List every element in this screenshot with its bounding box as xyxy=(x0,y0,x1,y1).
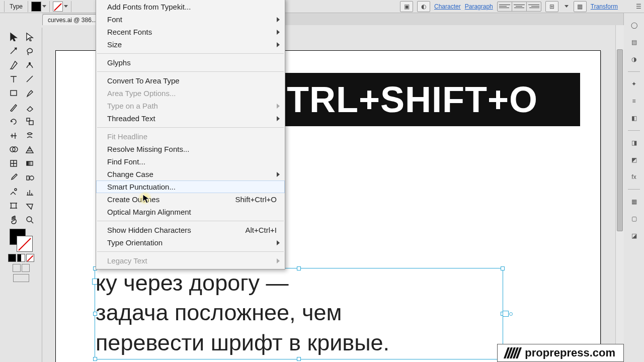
width-tool[interactable] xyxy=(6,128,22,142)
paragraph-panel-link[interactable]: Paragraph xyxy=(465,3,493,10)
fill-stroke-indicator[interactable] xyxy=(10,229,33,252)
symbol-sprayer-tool[interactable] xyxy=(6,185,22,199)
handle-bottom-mid[interactable] xyxy=(297,357,301,361)
artboard-tool[interactable] xyxy=(6,199,22,213)
menu-item-label: Size xyxy=(107,40,122,49)
scale-tool[interactable] xyxy=(22,114,38,128)
eyedropper-tool[interactable] xyxy=(6,170,22,185)
character-panel-link[interactable]: Character xyxy=(434,3,461,10)
color-panel-icon[interactable]: ◯ xyxy=(627,18,641,32)
color-mode-gradient[interactable] xyxy=(17,254,25,262)
paintbrush-tool[interactable] xyxy=(22,86,38,100)
menu-item-glyphs[interactable]: Glyphs xyxy=(96,56,285,69)
menu-item-create-outlines[interactable]: Create OutlinesShift+Ctrl+O xyxy=(96,193,285,206)
transform-panel-link[interactable]: Transform xyxy=(591,3,618,10)
line-tool[interactable] xyxy=(22,72,38,86)
tool-mode-label: Type xyxy=(7,3,26,10)
type-tool[interactable] xyxy=(6,72,22,86)
magic-wand-tool[interactable] xyxy=(6,44,22,58)
fill-swatch[interactable] xyxy=(30,2,47,12)
menu-item-size[interactable]: Size xyxy=(96,38,285,51)
menu-item-fit-headline: Fit Headline xyxy=(96,130,285,143)
menu-item-label: Convert To Area Type xyxy=(107,76,180,85)
watermark-text: proprepress.com xyxy=(525,346,615,359)
menu-item-shortcut: Alt+Ctrl+I xyxy=(230,226,277,234)
screen-mode-row xyxy=(13,274,29,282)
menu-item-show-hidden-characters[interactable]: Show Hidden CharactersAlt+Ctrl+I xyxy=(96,224,285,236)
menu-item-change-case[interactable]: Change Case xyxy=(96,168,285,180)
align-left-button[interactable] xyxy=(498,2,512,11)
swatches-panel-icon[interactable]: ▤ xyxy=(627,35,641,49)
text-out-port[interactable] xyxy=(503,311,509,317)
draw-normal[interactable] xyxy=(13,264,21,272)
stroke-indicator[interactable] xyxy=(17,236,33,252)
menu-item-font[interactable]: Font xyxy=(96,13,285,26)
pen-tool[interactable] xyxy=(6,58,22,72)
zoom-tool[interactable] xyxy=(22,213,38,227)
menu-item-label: Optical Margin Alignment xyxy=(107,208,191,216)
menu-item-find-font[interactable]: Find Font... xyxy=(96,155,285,168)
stroke-panel-icon[interactable]: ≡ xyxy=(627,94,641,108)
draw-behind[interactable] xyxy=(22,264,30,272)
svg-point-0 xyxy=(16,48,17,49)
perspective-grid-tool[interactable] xyxy=(22,142,38,156)
blend-tool[interactable] xyxy=(22,170,38,185)
shape-builder-tool[interactable] xyxy=(6,142,22,156)
rotate-tool[interactable] xyxy=(6,114,22,128)
tools-panel xyxy=(0,28,42,362)
menu-item-resolve-missing-fonts[interactable]: Resolve Missing Fonts... xyxy=(96,143,285,155)
brushes-panel-icon[interactable]: ◑ xyxy=(627,52,641,66)
curvature-tool[interactable] xyxy=(22,58,38,72)
menu-item-label: Find Font... xyxy=(107,157,145,166)
align-right-button[interactable] xyxy=(527,2,541,11)
slice-tool[interactable] xyxy=(22,199,38,213)
menu-item-label: Fit Headline xyxy=(107,132,147,141)
appearance-panel-icon[interactable]: ◩ xyxy=(627,153,641,167)
mesh-tool[interactable] xyxy=(6,156,22,170)
panel-dock: ◯▤◑✦≡◧◨◩fx▦▢◪ xyxy=(623,13,644,362)
dashed-dropdown-icon[interactable] xyxy=(562,2,570,12)
handle-bottom-left[interactable] xyxy=(93,357,97,361)
eraser-tool[interactable] xyxy=(22,100,38,114)
menu-item-legacy-text: Legacy Text xyxy=(96,254,285,267)
symbols-panel-icon[interactable]: ✦ xyxy=(627,77,641,91)
artboards-panel-icon[interactable]: ▢ xyxy=(627,212,641,226)
type-menu-dropdown[interactable]: Add Fonts from Typekit...FontRecent Font… xyxy=(96,0,285,269)
recolor-icon[interactable]: ◐ xyxy=(417,1,430,12)
panel-menu-icon[interactable]: ☰ xyxy=(635,3,642,10)
color-mode-fill[interactable] xyxy=(8,254,16,262)
svg-point-10 xyxy=(30,176,34,180)
graph-tool[interactable] xyxy=(22,185,38,199)
grid-icon[interactable]: ▦ xyxy=(574,1,587,12)
menu-item-threaded-text[interactable]: Threaded Text xyxy=(96,112,285,125)
layers-panel-icon[interactable]: ▦ xyxy=(627,195,641,209)
menu-item-label: Change Case xyxy=(107,170,153,178)
gradient-tool[interactable] xyxy=(22,156,38,170)
scroll-thumb[interactable] xyxy=(617,49,623,231)
svg-point-11 xyxy=(15,189,17,191)
opacity-control-icon[interactable]: ▣ xyxy=(400,1,413,12)
color-mode-none[interactable] xyxy=(26,254,34,262)
menu-item-smart-punctuation[interactable]: Smart Punctuation... xyxy=(96,180,285,193)
direct-selection-tool[interactable] xyxy=(22,30,38,44)
transparency-panel-icon[interactable]: ◨ xyxy=(627,136,641,150)
align-center-button[interactable] xyxy=(512,2,527,11)
hand-tool[interactable] xyxy=(6,213,22,227)
menu-item-convert-to-area-type[interactable]: Convert To Area Type xyxy=(96,74,285,87)
selection-tool[interactable] xyxy=(6,30,22,44)
screen-mode-button[interactable] xyxy=(13,274,29,282)
dashed-box-icon[interactable]: ⊞ xyxy=(545,1,558,12)
warp-tool[interactable] xyxy=(22,128,38,142)
gradient-panel-icon[interactable]: ◧ xyxy=(627,111,641,125)
menu-item-type-orientation[interactable]: Type Orientation xyxy=(96,236,285,249)
rectangle-tool[interactable] xyxy=(6,86,22,100)
pencil-tool[interactable] xyxy=(6,100,22,114)
graphic-styles-panel-icon[interactable]: fx xyxy=(627,170,641,184)
links-panel-icon[interactable]: ◪ xyxy=(627,229,641,243)
stroke-swatch[interactable] xyxy=(52,2,69,12)
vertical-scrollbar[interactable] xyxy=(615,25,624,362)
menu-item-optical-margin-alignment[interactable]: Optical Margin Alignment xyxy=(96,206,285,218)
menu-item-add-fonts-from-typekit[interactable]: Add Fonts from Typekit... xyxy=(96,1,285,13)
lasso-tool[interactable] xyxy=(22,44,38,58)
menu-item-recent-fonts[interactable]: Recent Fonts xyxy=(96,26,285,38)
